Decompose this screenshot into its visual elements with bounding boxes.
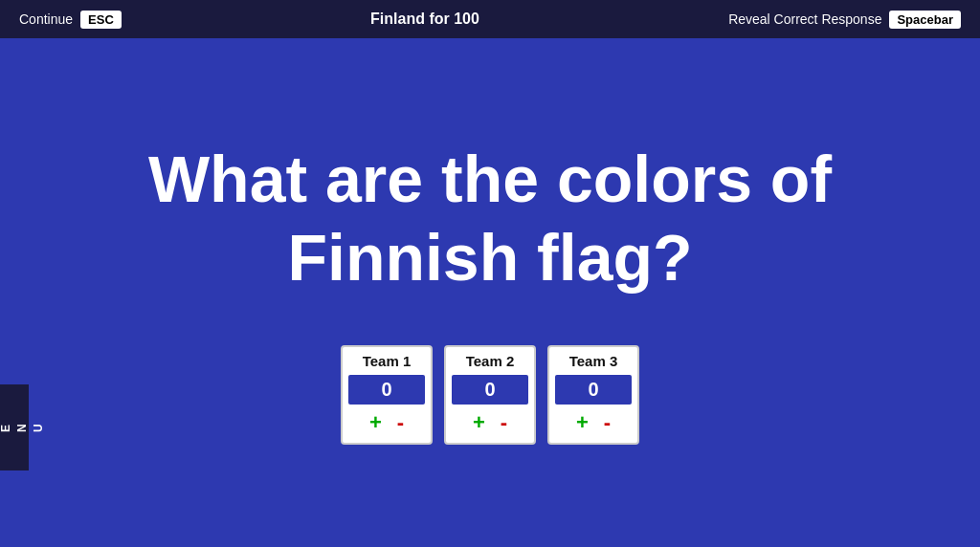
teams-area: Team 10+-Team 20+-Team 30+- [341, 345, 639, 445]
main-area: What are the colors of Finnish flag? Tea… [0, 38, 980, 547]
team-controls-3: +- [576, 412, 611, 433]
topbar-title: Finland for 100 [370, 11, 479, 28]
team-controls-2: +- [473, 412, 507, 433]
topbar-right: Reveal Correct Response Spacebar [728, 11, 961, 29]
team-name-1: Team 1 [363, 353, 412, 369]
topbar-left: Continue ESC [19, 11, 122, 29]
menu-button[interactable]: MENU [0, 384, 29, 470]
team-minus-button-3[interactable]: - [604, 412, 611, 433]
team-minus-button-1[interactable]: - [397, 412, 404, 433]
team-controls-1: +- [369, 412, 404, 433]
team-plus-button-3[interactable]: + [576, 412, 589, 433]
continue-label: Continue [19, 11, 73, 27]
question-text: What are the colors of Finnish flag? [0, 141, 980, 296]
reveal-label: Reveal Correct Response [728, 11, 881, 27]
team-card-2: Team 20+- [444, 345, 536, 445]
team-score-3: 0 [555, 375, 632, 405]
team-plus-button-2[interactable]: + [473, 412, 485, 433]
team-score-1: 0 [348, 375, 425, 405]
team-name-2: Team 2 [466, 353, 515, 369]
topbar: Continue ESC Finland for 100 Reveal Corr… [0, 0, 980, 38]
team-card-1: Team 10+- [341, 345, 433, 445]
team-card-3: Team 30+- [547, 345, 639, 445]
team-minus-button-2[interactable]: - [501, 412, 507, 433]
continue-key[interactable]: ESC [80, 11, 122, 29]
team-score-2: 0 [452, 375, 528, 405]
team-name-3: Team 3 [569, 353, 618, 369]
team-plus-button-1[interactable]: + [369, 412, 382, 433]
reveal-key[interactable]: Spacebar [889, 11, 961, 29]
